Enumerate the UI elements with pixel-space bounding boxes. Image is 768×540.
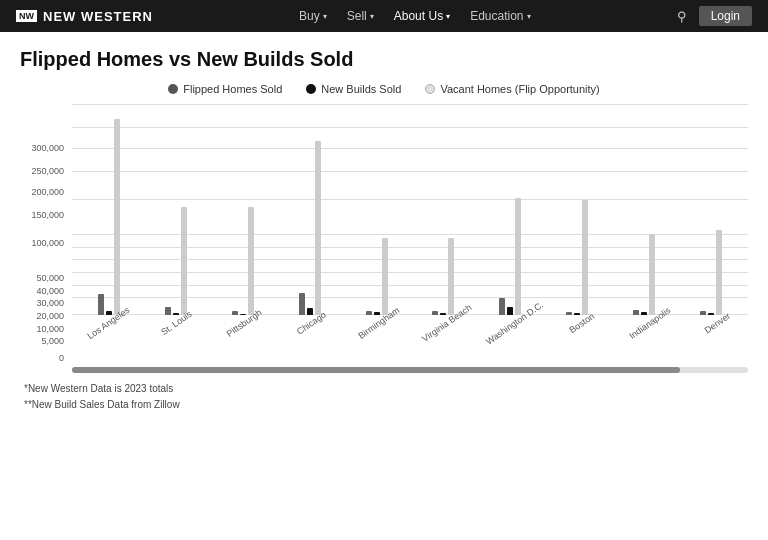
x-label-cell: Indianapolis	[613, 315, 681, 363]
y-axis-label: 0	[59, 354, 68, 363]
chevron-icon: ▾	[527, 12, 531, 21]
login-button[interactable]: Login	[699, 6, 752, 26]
navigation: NW NEW WESTERN Buy▾Sell▾About Us▾Educati…	[0, 0, 768, 32]
bar-vacant	[248, 207, 254, 315]
x-label-cell: Boston	[545, 315, 613, 363]
bar-vacant	[515, 198, 521, 315]
city-group	[143, 105, 210, 315]
x-label-cell: Virginia Beach	[410, 315, 478, 363]
bar-flipped	[98, 294, 104, 315]
bar-vacant	[114, 119, 120, 315]
chevron-icon: ▾	[446, 12, 450, 21]
legend-item: Vacant Homes (Flip Opportunity)	[425, 83, 599, 95]
footnote: *New Western Data is 2023 totals	[24, 381, 748, 397]
bar-new-builds	[307, 308, 313, 315]
x-label-cell: Denver	[680, 315, 748, 363]
x-label-cell: Chicago	[275, 315, 343, 363]
nav-link-about-us[interactable]: About Us▾	[394, 9, 450, 23]
bar-flipped	[499, 298, 505, 315]
legend-item: New Builds Sold	[306, 83, 401, 95]
chart-wrapper: 05,00010,00020,00030,00040,00050,000100,…	[20, 105, 748, 363]
city-group	[477, 105, 544, 315]
legend-dot	[168, 84, 178, 94]
chart-area: Los AngelesSt. LouisPittsburghChicagoBir…	[72, 105, 748, 363]
city-group	[544, 105, 611, 315]
bar-vacant	[582, 200, 588, 316]
y-axis-label: 200,000	[31, 188, 68, 197]
x-label-cell: St. Louis	[140, 315, 208, 363]
y-axis-label: 10,000	[36, 325, 68, 334]
bar-new-builds	[507, 307, 513, 315]
x-label-cell: Pittsburgh	[207, 315, 275, 363]
nav-right: ⚲ Login	[677, 6, 752, 26]
page-title: Flipped Homes vs New Builds Sold	[20, 48, 748, 71]
bar-vacant	[181, 207, 187, 315]
nav-link-sell[interactable]: Sell▾	[347, 9, 374, 23]
bar-vacant	[448, 238, 454, 315]
x-axis-label: Denver	[702, 311, 732, 336]
scrollbar-track[interactable]	[72, 367, 748, 373]
nav-links: Buy▾Sell▾About Us▾Education▾	[177, 9, 653, 23]
main-content: Flipped Homes vs New Builds Sold Flipped…	[0, 32, 768, 423]
x-label-cell: Los Angeles	[72, 315, 140, 363]
y-axis-label: 250,000	[31, 167, 68, 176]
city-group	[677, 105, 744, 315]
city-group	[76, 105, 143, 315]
logo-nw: NW	[16, 10, 37, 22]
chevron-icon: ▾	[323, 12, 327, 21]
city-group	[210, 105, 277, 315]
y-axis-label: 20,000	[36, 312, 68, 321]
bar-flipped	[165, 307, 171, 315]
y-axis-label: 40,000	[36, 287, 68, 296]
bar-vacant	[315, 141, 321, 315]
bar-flipped	[299, 293, 305, 315]
search-icon[interactable]: ⚲	[677, 9, 687, 24]
bar-vacant	[649, 234, 655, 315]
logo: NW NEW WESTERN	[16, 9, 153, 24]
x-axis-label: Boston	[568, 311, 597, 335]
y-axis-label: 50,000	[36, 274, 68, 283]
scrollbar-thumb[interactable]	[72, 367, 680, 373]
city-group	[276, 105, 343, 315]
footnotes: *New Western Data is 2023 totals**New Bu…	[20, 381, 748, 413]
legend-dot	[425, 84, 435, 94]
logo-text: NEW WESTERN	[43, 9, 153, 24]
x-label-cell: Birmingham	[342, 315, 410, 363]
chart-legend: Flipped Homes SoldNew Builds SoldVacant …	[20, 83, 748, 95]
y-axis-label: 300,000	[31, 144, 68, 153]
footnote: **New Build Sales Data from Zillow	[24, 397, 748, 413]
city-group	[610, 105, 677, 315]
legend-dot	[306, 84, 316, 94]
city-group	[410, 105, 477, 315]
city-group	[343, 105, 410, 315]
y-axis: 05,00010,00020,00030,00040,00050,000100,…	[20, 105, 72, 363]
y-axis-label: 5,000	[41, 337, 68, 346]
bar-vacant	[382, 238, 388, 315]
nav-link-buy[interactable]: Buy▾	[299, 9, 327, 23]
x-label-cell: Washington D.C.	[478, 315, 546, 363]
y-axis-label: 150,000	[31, 211, 68, 220]
legend-item: Flipped Homes Sold	[168, 83, 282, 95]
y-axis-label: 30,000	[36, 299, 68, 308]
chevron-icon: ▾	[370, 12, 374, 21]
bar-vacant	[716, 230, 722, 316]
nav-link-education[interactable]: Education▾	[470, 9, 530, 23]
y-axis-label: 100,000	[31, 239, 68, 248]
